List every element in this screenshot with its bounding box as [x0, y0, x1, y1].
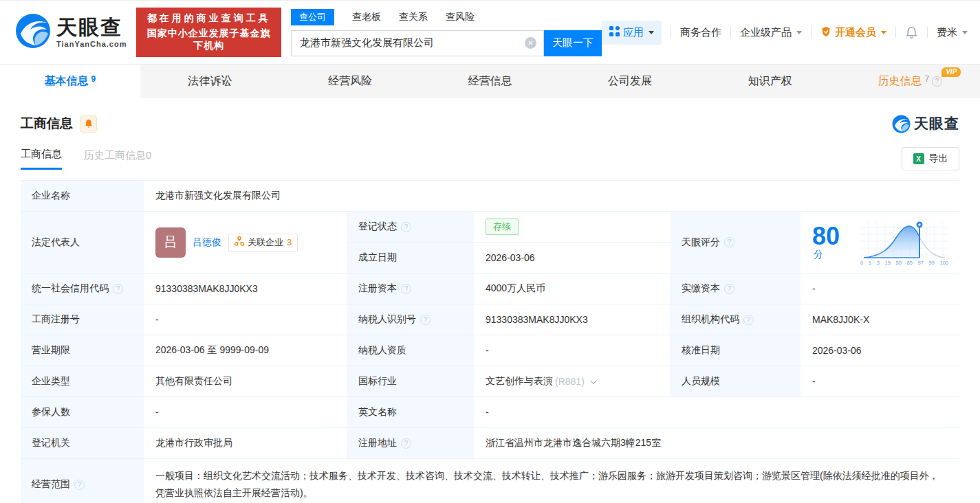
table-row: 成立日期 2026-03-06 [347, 243, 671, 273]
table-row: 企业类型 其他有限责任公司 国标行业 文艺创作与表演 (R881) 人员规模 - [21, 366, 959, 397]
field-label: 纳税人识别号? [347, 304, 475, 335]
subtab-business-info[interactable]: 工商信息 [21, 148, 62, 170]
help-icon[interactable]: ? [724, 284, 734, 294]
table-row: 登记机关 龙港市行政审批局 注册地址? 浙江省温州市龙港市逸合城六期3幢215室 [21, 428, 959, 459]
enterprise-products-menu[interactable]: 企业级产品 [740, 26, 802, 39]
slogan-banner: 都在用的商业查询工具 国家中小企业发展子基金旗下机构 [136, 8, 281, 57]
staff-size-value: - [801, 366, 959, 396]
relation-graph-icon [235, 236, 244, 248]
chevron-down-icon [881, 31, 886, 34]
tianyancha-watermark: 天眼查 [892, 114, 959, 133]
tianyancha-logo[interactable]: 天眼查 TianYanCha.com [15, 13, 127, 52]
field-label: 成立日期 [347, 243, 475, 273]
field-label: 人员规模 [671, 366, 801, 396]
taxpayer-id-value: 91330383MAK8JJ0KX3 [475, 304, 671, 335]
field-label: 登记状态 ? [347, 212, 475, 242]
search-tab-risk[interactable]: 查风险 [446, 11, 475, 23]
help-icon[interactable]: ? [932, 76, 942, 87]
field-label: 实缴资本? [671, 273, 801, 304]
help-icon[interactable]: ? [724, 237, 734, 247]
field-label: 登记机关 [21, 428, 144, 458]
monitor-bell-icon[interactable] [80, 115, 97, 133]
tab-count: 9 [91, 74, 96, 84]
tab-operation-risk[interactable]: 经营风险 [280, 65, 420, 98]
reg-address-value: 浙江省温州市龙港市逸合城六期3幢215室 [475, 428, 959, 458]
help-icon[interactable]: ? [401, 284, 411, 294]
slogan-line2: 国家中小企业发展子基金旗下机构 [144, 27, 273, 52]
field-label: 营业期限 [21, 335, 144, 366]
chevron-down-icon [649, 31, 654, 34]
field-label: 工商注册号 [21, 304, 144, 335]
score-axis-labels: 01 315 5085 9799 100 [860, 260, 948, 266]
related-companies-badge[interactable]: 关联企业 3 [228, 234, 298, 252]
table-row: 企业名称 龙港市新强文化发展有限公司 [21, 181, 959, 212]
field-label: 英文名称 [347, 397, 475, 427]
subtab-history-business-info[interactable]: 历史工商信息0 [84, 149, 151, 169]
divider [671, 27, 671, 38]
business-cooperation-link[interactable]: 商务合作 [680, 26, 721, 39]
clear-icon[interactable]: ✕ [525, 37, 536, 49]
help-icon[interactable]: ? [743, 315, 754, 325]
industry-value[interactable]: 文艺创作与表演 (R881) [475, 366, 671, 396]
search-tab-boss[interactable]: 查老板 [352, 11, 381, 23]
help-icon[interactable]: ? [401, 222, 411, 232]
field-label: 经营范围? [21, 459, 144, 503]
notification-bell-icon[interactable] [905, 26, 918, 39]
tab-legal-proceedings[interactable]: 法律诉讼 [140, 65, 281, 98]
search-area: 查公司 查老板 查关系 查风险 ✕ 天眼一下 [291, 9, 602, 56]
help-icon[interactable]: ? [401, 438, 411, 449]
tianyan-score-cell: 80分 [801, 212, 959, 273]
header-right-nav: 应用 商务合作 企业级产品 开通会员 [602, 21, 968, 45]
search-tab-company[interactable]: 查公司 [291, 9, 334, 25]
business-scope-value: 一般项目：组织文化艺术交流活动；技术服务、技术开发、技术咨询、技术交流、技术转让… [144, 459, 959, 503]
legal-rep-cell: 吕 吕德俊 关联企业 3 [144, 212, 347, 273]
tianyancha-logo-icon [15, 13, 51, 52]
header: 天眼查 TianYanCha.com 都在用的商业查询工具 国家中小企业发展子基… [0, 1, 980, 64]
export-button[interactable]: X 导出 [902, 147, 959, 170]
open-vip-menu[interactable]: 开通会员 [820, 26, 886, 39]
chevron-down-icon [796, 31, 802, 34]
vip-badge: VIP [941, 67, 961, 77]
company-tab-bar: 基本信息 9 法律诉讼 经营风险 经营信息 公司发展 知识产权 VIP 历史信息… [0, 64, 980, 98]
reg-number-value: - [144, 304, 347, 335]
search-button[interactable]: 天眼一下 [544, 30, 602, 56]
field-label: 统一社会信用代码? [21, 273, 144, 304]
status-badge: 存续 [486, 219, 519, 235]
help-icon[interactable]: ? [420, 315, 431, 325]
field-label: 天眼评分 ? [671, 212, 801, 273]
help-icon[interactable]: ? [74, 480, 85, 490]
excel-icon: X [913, 153, 924, 164]
taxpayer-quality-value: - [475, 335, 671, 366]
company-name-value: 龙港市新强文化发展有限公司 [144, 181, 959, 211]
company-type-value: 其他有限责任公司 [144, 366, 347, 396]
tab-basic-info[interactable]: 基本信息 9 [0, 65, 140, 98]
user-account-menu[interactable]: 费米 [937, 26, 968, 39]
tab-intellectual-property[interactable]: 知识产权 [700, 65, 840, 98]
field-label: 组织机构代码? [671, 304, 801, 335]
reg-capital-value: 4000万人民币 [475, 273, 671, 304]
paid-capital-value: - [801, 273, 959, 304]
field-label: 核准日期 [671, 335, 801, 366]
divider [811, 27, 812, 38]
field-label: 企业类型 [21, 366, 144, 396]
tab-history-info[interactable]: VIP 历史信息 7 ? [840, 65, 980, 98]
search-tabs: 查公司 查老板 查关系 查风险 [291, 9, 602, 25]
table-row: 经营范围? 一般项目：组织文化艺术交流活动；技术服务、技术开发、技术咨询、技术交… [21, 459, 959, 503]
search-input[interactable] [300, 37, 525, 49]
search-tab-relation[interactable]: 查关系 [399, 11, 428, 23]
avatar[interactable]: 吕 [155, 227, 186, 258]
english-name-value: - [475, 397, 959, 427]
establish-date-value: 2026-03-06 [475, 243, 671, 273]
legal-rep-link[interactable]: 吕德俊 [193, 236, 221, 249]
section-title: 工商信息 [21, 115, 73, 133]
table-row: 登记状态 ? 存续 [347, 212, 671, 243]
score-distribution-chart: 01 315 5085 9799 100 [860, 219, 948, 266]
apps-label: 应用 [623, 26, 644, 39]
tab-company-development[interactable]: 公司发展 [560, 65, 700, 98]
tab-operation-info[interactable]: 经营信息 [420, 65, 560, 98]
logo-brand-text: 天眼查 [56, 17, 127, 38]
industry-code: (R881) [555, 376, 585, 387]
help-icon[interactable]: ? [113, 284, 123, 294]
apps-menu[interactable]: 应用 [602, 21, 662, 45]
business-term-value: 2026-03-06 至 9999-09-09 [144, 335, 347, 366]
